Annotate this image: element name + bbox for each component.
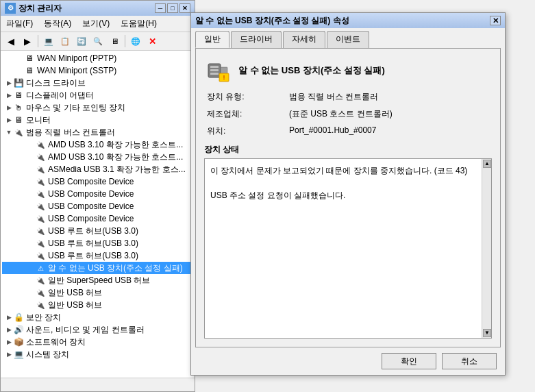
expand-composite4 (27, 215, 35, 223)
icon-wan-pptp: 🖥 (24, 53, 35, 64)
tree-item-software[interactable]: ▶ 📦 소프트웨어 장치 (2, 336, 193, 348)
ok-button[interactable]: 확인 (382, 353, 436, 369)
menu-action[interactable]: 동작(A) (41, 17, 74, 30)
tab-driver[interactable]: 드라이버 (231, 31, 282, 48)
icon-composite1: 🔌 (35, 176, 46, 187)
dm-close-btn[interactable]: ✕ (179, 3, 190, 13)
icon-root-hub1: 🔌 (35, 225, 46, 236)
expand-amd-usb2 (27, 153, 35, 161)
tree-item-root-hub2[interactable]: 🔌 USB 루트 허브(USB 3.0) (2, 237, 193, 249)
tree-item-wan-pptp[interactable]: 🖥 WAN Miniport (PPTP) (2, 52, 193, 64)
expand-disk[interactable]: ▶ (5, 79, 13, 87)
label-usb-hub1: 일반 USB 허브 (48, 287, 102, 299)
label-security: 보안 장치 (26, 312, 61, 323)
tree-item-amd-usb2[interactable]: 🔌 AMD USB 3.10 확장 가능한 호스트... (2, 151, 193, 163)
tree-item-superspeed-hub[interactable]: 🔌 일반 SuperSpeed USB 허브 (2, 274, 193, 286)
tab-general[interactable]: 일반 (195, 31, 229, 48)
expand-asmedia (27, 165, 35, 173)
expand-unknown-usb (27, 264, 35, 272)
tree-item-asmedia[interactable]: 🔌 ASMedia USB 3.1 확장 가능한 호스... (2, 163, 193, 175)
expand-usb-hub1 (27, 289, 35, 297)
menu-view[interactable]: 보기(V) (79, 17, 112, 30)
label-sound: 사운드, 비디오 및 게임 컨트롤러 (26, 324, 145, 336)
tree-item-sound[interactable]: ▶ 🔊 사운드, 비디오 및 게임 컨트롤러 (2, 323, 193, 336)
label-usb-hub2: 일반 USB 허브 (48, 299, 102, 311)
toolbar-network[interactable]: 🌐 (128, 34, 143, 49)
field-value-type: 범용 직렬 버스 컨트롤러 (289, 91, 489, 103)
tree-item-composite3[interactable]: 🔌 USB Composite Device (2, 200, 193, 212)
tree-item-mouse[interactable]: ▶ 🖱 마우스 및 기타 포인팅 장치 (2, 101, 193, 114)
status-scrollbar[interactable]: ▲ ▼ (482, 159, 491, 338)
label-root-hub2: USB 루트 허브(USB 3.0) (48, 238, 138, 249)
dm-titlebar-buttons: ─ □ ✕ (155, 3, 190, 13)
scroll-up-btn[interactable]: ▲ (483, 160, 491, 168)
tree-item-amd-usb1[interactable]: 🔌 AMD USB 3.10 확장 가능한 호스트... (2, 138, 193, 151)
tree-item-monitor[interactable]: ▶ 🖥 모니터 (2, 114, 193, 126)
tab-events[interactable]: 이벤트 (327, 31, 369, 48)
toolbar-forward[interactable]: ▶ (20, 34, 35, 49)
toolbar-sep2 (125, 35, 125, 47)
expand-wan-pptp (16, 54, 24, 62)
tree-item-disk[interactable]: ▶ 💾 디스크 드라이브 (2, 77, 193, 89)
label-amd-usb1: AMD USB 3.10 확장 가능한 호스트... (48, 139, 183, 151)
tree-item-usb-hub2[interactable]: 🔌 일반 USB 허브 (2, 299, 193, 311)
expand-security[interactable]: ▶ (5, 313, 13, 321)
expand-wan-sstp (16, 66, 24, 75)
dm-toolbar: ◀ ▶ 💻 📋 🔄 🔍 🖥 🌐 ✕ (1, 32, 195, 51)
expand-software[interactable]: ▶ (5, 338, 13, 346)
device-status-section: 장치 상태 이 장치에서 문제가 보고되었기 때문에 장치를 중지했습니다. (… (204, 144, 492, 339)
expand-sound[interactable]: ▶ (5, 326, 13, 334)
svg-rect-3 (210, 69, 219, 71)
warning-icon: ⚠ (35, 262, 46, 273)
tree-item-unknown-usb[interactable]: ⚠ 알 수 없는 USB 장치(주소 설정 실패) (2, 262, 193, 274)
toolbar-computer[interactable]: 💻 (41, 34, 56, 49)
toolbar-back[interactable]: ◀ (3, 34, 18, 49)
scroll-down-btn[interactable]: ▼ (483, 329, 491, 337)
cancel-button[interactable]: 취소 (442, 353, 497, 369)
tree-item-display[interactable]: ▶ 🖥 디스플레이 어댑터 (2, 89, 193, 101)
expand-mouse[interactable]: ▶ (5, 103, 13, 112)
icon-asmedia: 🔌 (35, 164, 46, 175)
tree-item-security[interactable]: ▶ 🔒 보안 장치 (2, 311, 193, 323)
tab-details[interactable]: 자세히 (283, 31, 325, 48)
expand-composite2 (27, 190, 35, 198)
properties-dialog: 알 수 없는 USB 장치(주소 설정 실패) 속성 ✕ 일반 드라이버 자세히… (190, 12, 506, 376)
toolbar-properties[interactable]: 📋 (58, 34, 73, 49)
props-close-button[interactable]: ✕ (490, 16, 501, 25)
label-system: 시스템 장치 (26, 349, 69, 360)
device-tree: 🖥 WAN Miniport (PPTP) 🖥 WAN Miniport (SS… (1, 51, 195, 378)
toolbar-update[interactable]: 🔄 (74, 34, 89, 49)
icon-composite2: 🔌 (35, 188, 46, 199)
tree-item-composite2[interactable]: 🔌 USB Composite Device (2, 188, 193, 200)
label-display: 디스플레이 어댑터 (26, 90, 94, 101)
tree-item-system[interactable]: ▶ 💻 시스템 장치 (2, 348, 193, 360)
label-root-hub3: USB 루트 허브(USB 3.0) (48, 250, 138, 262)
toolbar-delete[interactable]: ✕ (145, 34, 160, 49)
expand-monitor[interactable]: ▶ (5, 116, 13, 124)
menu-help[interactable]: 도움말(H) (118, 17, 160, 30)
dm-app-icon: ⚙ (5, 3, 16, 14)
expand-display[interactable]: ▶ (5, 91, 13, 99)
label-monitor: 모니터 (26, 114, 51, 126)
tree-item-root-hub1[interactable]: 🔌 USB 루트 허브(USB 3.0) (2, 225, 193, 237)
tree-item-usb-root[interactable]: ▼ 🔌 범용 직렬 버스 컨트롤러 (2, 126, 193, 138)
tree-item-composite4[interactable]: 🔌 USB Composite Device (2, 212, 193, 225)
dm-minimize-btn[interactable]: ─ (155, 3, 166, 13)
tree-item-root-hub3[interactable]: 🔌 USB 루트 허브(USB 3.0) (2, 249, 193, 262)
usb-svg-icon: ! (206, 58, 230, 83)
toolbar-monitor[interactable]: 🖥 (107, 34, 122, 49)
status-line2: USB 주소 설정 요청이 실패했습니다. (210, 191, 345, 200)
label-usb-root: 범용 직렬 버스 컨트롤러 (26, 127, 115, 138)
icon-composite3: 🔌 (35, 201, 46, 212)
dm-maximize-btn[interactable]: □ (167, 3, 178, 13)
dm-statusbar (1, 378, 195, 391)
expand-usb-root[interactable]: ▼ (5, 128, 13, 136)
label-superspeed-hub: 일반 SuperSpeed USB 허브 (48, 275, 150, 286)
tree-item-composite1[interactable]: 🔌 USB Composite Device (2, 175, 193, 188)
expand-system[interactable]: ▶ (5, 350, 13, 358)
tree-item-usb-hub1[interactable]: 🔌 일반 USB 허브 (2, 286, 193, 299)
tree-item-wan-sstp[interactable]: 🖥 WAN Miniport (SSTP) (2, 64, 193, 77)
toolbar-scan[interactable]: 🔍 (90, 34, 105, 49)
status-line1: 이 장치에서 문제가 보고되었기 때문에 장치를 중지했습니다. (코드 43) (210, 166, 467, 175)
menu-file[interactable]: 파일(F) (3, 17, 36, 30)
